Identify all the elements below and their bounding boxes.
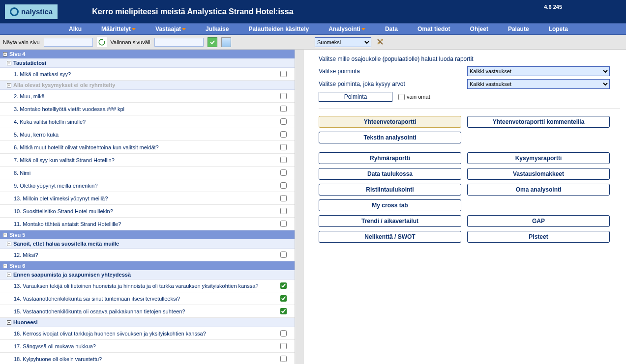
question-checkbox[interactable] [280, 308, 287, 314]
question-row[interactable]: 16. Kerrossiivoojat olivat tarkkoja huon… [0, 327, 295, 340]
question-checkbox[interactable] [280, 71, 287, 77]
question-text: 11. Montako tähteä antaisit Strand Hotel… [14, 221, 280, 227]
question-checkbox[interactable] [280, 356, 287, 362]
report-button[interactable]: Nelikenttä / SWOT [319, 231, 461, 243]
report-button[interactable]: Oma analysointi [467, 184, 610, 196]
vain-omat-checkbox[interactable] [398, 94, 405, 100]
refresh-button[interactable] [97, 37, 107, 47]
page-title: Kerro mielipiteesi meistä Analystica Str… [92, 7, 293, 16]
spacer [467, 199, 610, 211]
question-row[interactable]: 6. Mitkä muut hotellit olivat vaihtoehto… [0, 141, 295, 154]
question-checkbox[interactable] [280, 157, 287, 163]
selection-range-input[interactable] [154, 38, 204, 47]
collapse-icon[interactable]: − [3, 264, 7, 268]
question-text: 17. Sängyssä oli mukava nukkua? [14, 343, 280, 349]
question-checkbox[interactable] [280, 343, 287, 349]
menu-alku[interactable]: Alku [69, 26, 82, 32]
question-checkbox[interactable] [280, 208, 287, 214]
menu-analysointi[interactable]: Analysointi [328, 26, 365, 32]
menu-määrittelyt[interactable]: Määrittelyt [101, 26, 136, 32]
group-header[interactable]: −Huoneesi [0, 318, 295, 327]
question-checkbox[interactable] [280, 106, 287, 112]
question-row[interactable]: 13. Varauksen tekijä oli tietoinen huone… [0, 280, 295, 292]
clear-button[interactable] [221, 37, 231, 47]
report-button[interactable]: GAP [467, 215, 610, 227]
group-header[interactable]: −Alla olevat kysymykset ei ole ryhmitelt… [0, 81, 295, 90]
page-header[interactable]: −Sivu 5 [0, 230, 295, 239]
collapse-icon[interactable]: − [7, 273, 11, 277]
question-row[interactable]: 8. Nimi [0, 167, 295, 179]
question-row[interactable]: 3. Montako hotelliyötä vietät vuodessa #… [0, 103, 295, 115]
question-row[interactable]: 9. Oletko yöpynyt meillä ennenkin? [0, 179, 295, 192]
select-poiminta-ask[interactable]: Kaikki vastaukset [467, 79, 610, 89]
report-button[interactable]: Trendi / aikavertailut [319, 215, 461, 227]
question-text: 9. Oletko yöpynyt meillä ennenkin? [14, 183, 280, 189]
collapse-icon[interactable]: − [7, 61, 11, 65]
question-checkbox[interactable] [280, 330, 287, 336]
collapse-icon[interactable]: − [3, 233, 7, 237]
question-row[interactable]: 17. Sängyssä oli mukava nukkua? [0, 340, 295, 353]
report-button[interactable]: Ristiintaulukointi [319, 184, 461, 196]
menu-vastaajat[interactable]: Vastaajat [155, 26, 186, 32]
menu-palautteiden käsittely[interactable]: Palautteiden käsittely [248, 26, 309, 32]
collapse-icon[interactable]: − [3, 52, 7, 56]
report-button[interactable]: My cross tab [319, 199, 461, 211]
menu-julkaise[interactable]: Julkaise [206, 26, 229, 32]
menu-palaute[interactable]: Palaute [508, 26, 529, 32]
settings-icon[interactable] [376, 38, 384, 47]
report-button[interactable]: Pisteet [467, 231, 610, 243]
divider [319, 109, 620, 109]
page-header[interactable]: −Sivu 6 [0, 261, 295, 270]
page-header[interactable]: −Sivu 4 [0, 50, 295, 58]
question-row[interactable]: 2. Muu, mikä [0, 90, 295, 103]
confirm-button[interactable] [208, 37, 217, 47]
question-checkbox[interactable] [280, 93, 287, 99]
question-row[interactable]: 10. Suosittelisitko Strand Hotel muillek… [0, 205, 295, 218]
report-button[interactable]: Tekstin analysointi [319, 132, 461, 143]
question-row[interactable]: 15. Vastaanottohenkilökunta oli osaava p… [0, 305, 295, 318]
select-poiminta-label: Valitse poiminta [319, 68, 461, 75]
scrollbar[interactable] [295, 50, 304, 364]
report-button[interactable]: Ryhmäraportti [319, 152, 461, 164]
question-row[interactable]: 13. Milloin olet viimeksi yöpynyt meillä… [0, 192, 295, 205]
question-row[interactable]: 5. Muu, kerro kuka [0, 128, 295, 141]
report-button[interactable]: Vastauslomakkeet [467, 168, 610, 180]
collapse-icon[interactable]: − [7, 242, 11, 246]
question-checkbox[interactable] [280, 182, 287, 189]
select-poiminta[interactable]: Kaikki vastaukset [467, 66, 610, 76]
group-header[interactable]: −Sanoit, ettet halua suositella meitä mu… [0, 239, 295, 249]
question-row[interactable]: 4. Kuka valitsi hotellin sinulle? [0, 115, 295, 128]
question-checkbox[interactable] [280, 118, 287, 125]
question-checkbox[interactable] [280, 131, 287, 138]
menu-data[interactable]: Data [385, 26, 398, 32]
report-button[interactable]: Yhteenvetoraportti [319, 116, 461, 128]
report-button[interactable]: Data taulukossa [319, 168, 461, 180]
question-checkbox[interactable] [280, 221, 287, 227]
group-header[interactable]: −Ennen saapumista ja saapumisen yhteydes… [0, 270, 295, 280]
question-row[interactable]: 14. Vastaanottohenkilökunta sai sinut tu… [0, 292, 295, 305]
question-checkbox[interactable] [280, 295, 287, 302]
show-only-page-input[interactable] [44, 38, 93, 47]
menu-lopeta[interactable]: Lopeta [549, 26, 568, 32]
collapse-icon[interactable]: − [7, 83, 11, 87]
question-text: 1. Mikä oli matkasi syy? [14, 71, 280, 77]
group-header[interactable]: −Taustatietosi [0, 58, 295, 68]
report-button[interactable]: Yhteenvetoraportti kommenteilla [467, 116, 610, 128]
question-checkbox[interactable] [280, 169, 287, 176]
menu-omat tiedot[interactable]: Omat tiedot [417, 26, 450, 32]
question-row[interactable]: 7. Mikä oli syy kun valitsit Strand Hote… [0, 154, 295, 167]
question-checkbox[interactable] [280, 144, 287, 150]
question-row[interactable]: 12. Miksi? [0, 249, 295, 261]
language-select[interactable]: Suomeksi [315, 37, 371, 47]
question-text: 12. Miksi? [14, 252, 280, 258]
poiminta-button[interactable]: Poiminta [319, 92, 392, 102]
question-row[interactable]: 18. Kylpyhuone oli oikein varustettu? [0, 353, 295, 364]
question-row[interactable]: 1. Mikä oli matkasi syy? [0, 68, 295, 81]
question-row[interactable]: 11. Montako tähteä antaisit Strand Hotel… [0, 218, 295, 230]
report-button[interactable]: Kysymysraportti [467, 152, 610, 164]
question-checkbox[interactable] [280, 195, 287, 201]
question-checkbox[interactable] [280, 282, 287, 289]
collapse-icon[interactable]: − [7, 320, 11, 325]
menu-ohjeet[interactable]: Ohjeet [470, 26, 488, 32]
question-checkbox[interactable] [280, 252, 287, 258]
